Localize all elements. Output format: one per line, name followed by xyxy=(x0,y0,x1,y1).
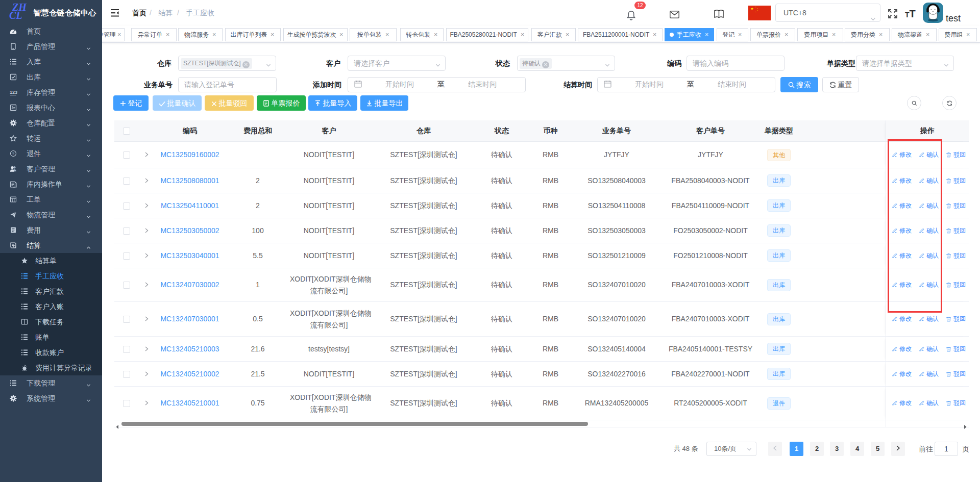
svg-text:123: 123 xyxy=(10,90,17,95)
svg-text:?: ? xyxy=(12,151,15,156)
